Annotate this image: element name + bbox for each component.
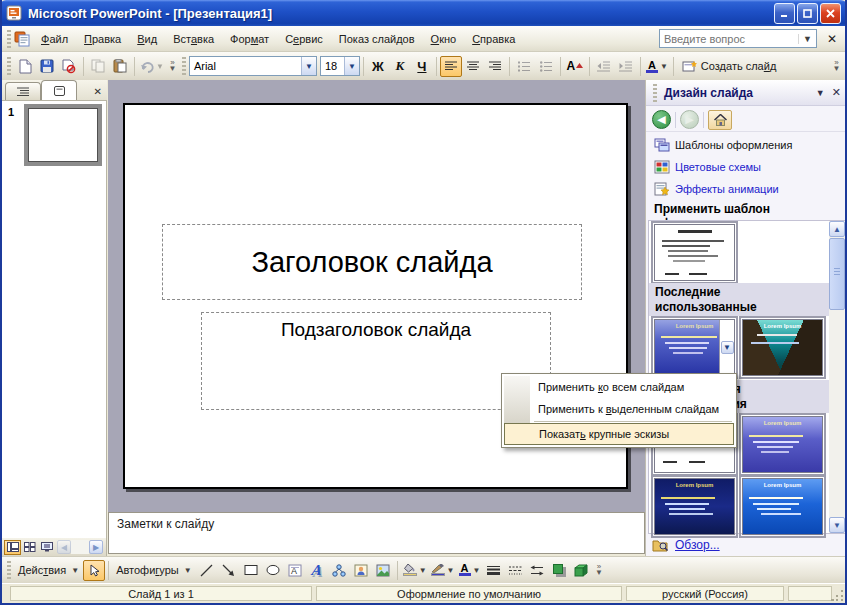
forward-icon[interactable]: ▶ <box>680 110 699 129</box>
wordart-button[interactable]: A <box>306 560 328 581</box>
line-style-button[interactable] <box>482 560 504 581</box>
question-box[interactable]: ▼ <box>659 29 817 48</box>
close-button[interactable] <box>820 3 841 24</box>
toolbar-options-icon[interactable]: »▼ <box>592 558 605 582</box>
shadow-style-button[interactable] <box>548 560 570 581</box>
save-button[interactable] <box>36 56 58 77</box>
outline-tab[interactable] <box>5 82 41 100</box>
arrow-tool-button[interactable] <box>218 560 240 581</box>
arrow-style-button[interactable] <box>526 560 548 581</box>
menubar-item-7[interactable]: Показ слайдов <box>331 29 423 49</box>
select-objects-button[interactable] <box>83 560 105 581</box>
template-thumb-blue-gradient[interactable]: Lorem Ipsum ▼ <box>654 319 735 376</box>
diagram-button[interactable] <box>328 560 350 581</box>
scroll-up-icon[interactable]: ▲ <box>829 221 845 237</box>
menubar-item-2[interactable]: Правка <box>76 29 129 49</box>
drawing-toolbar-handle[interactable] <box>7 561 11 579</box>
undo-button[interactable]: ▼ <box>138 56 166 77</box>
resize-grip[interactable] <box>831 588 844 601</box>
bold-button[interactable]: Ж <box>367 56 389 77</box>
new-document-button[interactable] <box>14 56 36 77</box>
align-left-button[interactable] <box>440 56 462 77</box>
chevron-down-icon[interactable]: ▼ <box>721 341 734 354</box>
menubar-item-8[interactable]: Окно <box>423 29 465 49</box>
standard-toolbar-handle[interactable] <box>7 57 11 75</box>
clip-art-button[interactable] <box>350 560 372 581</box>
minimize-button[interactable] <box>774 3 795 24</box>
underline-button[interactable]: Ч <box>411 56 433 77</box>
scroll-left-icon[interactable]: ◀ <box>57 540 71 554</box>
font-size-combo[interactable]: 18 ▼ <box>320 56 360 76</box>
insert-picture-button[interactable] <box>372 560 394 581</box>
context-menu-item-3[interactable]: Показать крупные эскизы <box>504 423 734 445</box>
template-thumb-violet[interactable]: Lorem Ipsum <box>742 416 823 473</box>
paste-button[interactable] <box>109 56 131 77</box>
template-thumb-ocean[interactable]: Lorem Ipsum <box>742 319 823 376</box>
scrollbar-track[interactable] <box>71 540 89 554</box>
normal-view-button[interactable] <box>4 540 21 555</box>
close-pane-icon[interactable]: ✕ <box>94 86 102 97</box>
permission-button[interactable] <box>58 56 80 77</box>
numbering-button[interactable] <box>513 56 535 77</box>
rectangle-tool-button[interactable] <box>240 560 262 581</box>
chevron-down-icon[interactable]: ▼ <box>344 57 359 75</box>
question-input[interactable] <box>660 33 798 45</box>
bullets-button[interactable] <box>535 56 557 77</box>
toolbar-options-icon[interactable]: »▼ <box>166 54 179 78</box>
fill-color-button[interactable]: ▼ <box>401 560 429 581</box>
increase-font-size-button[interactable]: A <box>564 56 586 77</box>
dash-style-button[interactable] <box>504 560 526 581</box>
draw-font-color-button[interactable]: А▼ <box>457 560 483 581</box>
new-slide-button[interactable]: Создать слайд <box>677 60 781 73</box>
browse-link[interactable]: Обзор... <box>652 538 720 552</box>
task-pane-close-icon[interactable]: ✕ <box>830 84 847 101</box>
menubar-item-4[interactable]: Вставка <box>165 29 222 49</box>
chevron-down-icon[interactable]: ▼ <box>660 62 668 71</box>
chevron-down-icon[interactable]: ▼ <box>447 566 455 575</box>
chevron-down-icon[interactable]: ▼ <box>419 566 427 575</box>
menubar-item-1[interactable]: Файл <box>33 29 76 49</box>
decrease-indent-button[interactable] <box>593 56 615 77</box>
context-menu-item-1[interactable]: Применить ко всем слайдам <box>504 376 734 398</box>
formatting-toolbar-handle[interactable] <box>182 57 186 75</box>
chevron-down-icon[interactable]: ▼ <box>473 566 481 575</box>
scroll-down-icon[interactable]: ▼ <box>829 517 845 533</box>
align-center-button[interactable] <box>462 56 484 77</box>
task-pane-menu-icon[interactable]: ▼ <box>811 86 830 100</box>
increase-indent-button[interactable] <box>615 56 637 77</box>
toolbar-drag-handle[interactable] <box>7 30 11 48</box>
template-dropdown[interactable]: ▼ <box>719 320 734 375</box>
menubar-item-6[interactable]: Сервис <box>277 29 331 49</box>
autoshapes-button[interactable]: Автофигуры▼ <box>112 561 196 579</box>
color-schemes-link[interactable]: Цветовые схемы <box>654 160 761 174</box>
font-color-button[interactable]: А▼ <box>644 56 670 77</box>
chevron-down-icon[interactable]: ▼ <box>798 34 816 44</box>
font-name-combo[interactable]: Arial ▼ <box>189 56 317 76</box>
3d-style-button[interactable] <box>570 560 592 581</box>
animation-effects-link[interactable]: Эффекты анимации <box>654 182 779 196</box>
menubar-item-5[interactable]: Формат <box>222 29 277 49</box>
toolbar-options-icon[interactable]: »▼ <box>830 54 843 78</box>
text-box-button[interactable]: A <box>284 560 306 581</box>
slideshow-view-button[interactable] <box>38 540 55 555</box>
chevron-down-icon[interactable]: ▼ <box>301 57 316 75</box>
italic-button[interactable]: К <box>389 56 411 77</box>
align-right-button[interactable] <box>484 56 506 77</box>
line-color-button[interactable]: ▼ <box>429 560 457 581</box>
close-document-icon[interactable]: ✕ <box>817 30 845 48</box>
slide-thumbnail[interactable] <box>24 104 102 166</box>
subtitle-placeholder[interactable]: Подзаголовок слайда <box>201 312 551 410</box>
draw-actions-button[interactable]: Действия▼ <box>14 561 83 579</box>
menubar-item-3[interactable]: Вид <box>129 29 165 49</box>
maximize-button[interactable] <box>797 3 818 24</box>
design-templates-link[interactable]: Шаблоны оформления <box>654 138 792 152</box>
template-thumb-current-default[interactable] <box>654 224 735 281</box>
scroll-right-icon[interactable]: ▶ <box>89 540 103 554</box>
horizontal-scrollbar[interactable]: ◀ ▶ <box>57 540 103 555</box>
title-placeholder[interactable]: Заголовок слайда <box>162 224 582 300</box>
notes-pane[interactable]: Заметки к слайду <box>108 512 645 554</box>
line-tool-button[interactable] <box>196 560 218 581</box>
back-icon[interactable]: ◀ <box>652 110 671 129</box>
scrollbar-thumb[interactable] <box>829 238 845 310</box>
oval-tool-button[interactable] <box>262 560 284 581</box>
